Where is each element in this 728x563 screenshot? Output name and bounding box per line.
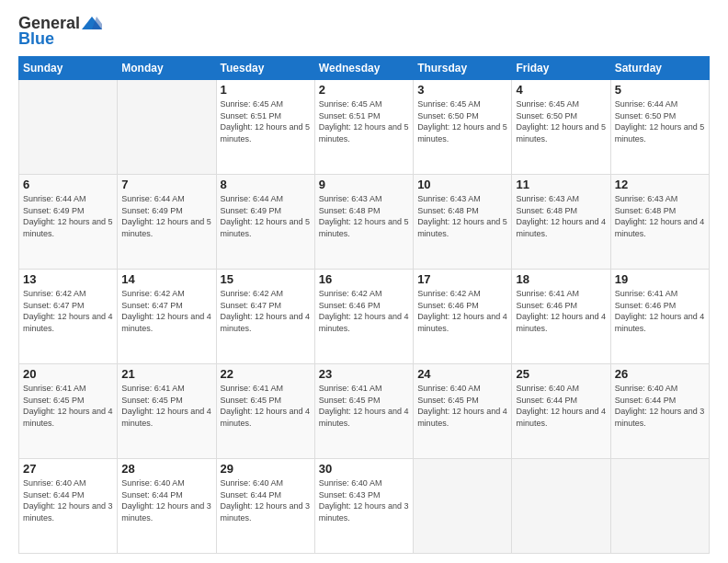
calendar-cell: 25Sunrise: 6:40 AM Sunset: 6:44 PM Dayli… (512, 364, 610, 459)
day-number: 19 (615, 272, 705, 286)
day-number: 6 (23, 178, 113, 191)
day-number: 7 (121, 178, 211, 191)
calendar-cell (19, 80, 118, 175)
day-info: Sunrise: 6:41 AM Sunset: 6:46 PM Dayligh… (516, 288, 606, 334)
day-number: 3 (417, 83, 507, 97)
day-number: 14 (121, 272, 211, 286)
day-info: Sunrise: 6:44 AM Sunset: 6:50 PM Dayligh… (615, 98, 705, 144)
calendar-table: SundayMondayTuesdayWednesdayThursdayFrid… (18, 56, 710, 554)
day-number: 28 (121, 462, 211, 476)
header: General Blue (18, 14, 710, 49)
calendar-cell: 30Sunrise: 6:40 AM Sunset: 6:43 PM Dayli… (314, 459, 413, 554)
day-number: 4 (516, 83, 606, 97)
day-number: 5 (615, 83, 705, 97)
day-number: 2 (319, 83, 409, 97)
day-info: Sunrise: 6:44 AM Sunset: 6:49 PM Dayligh… (121, 193, 211, 239)
day-number: 15 (221, 272, 311, 286)
calendar-cell: 18Sunrise: 6:41 AM Sunset: 6:46 PM Dayli… (512, 270, 610, 364)
day-number: 12 (615, 178, 705, 191)
calendar-week-2: 6Sunrise: 6:44 AM Sunset: 6:49 PM Daylig… (19, 175, 710, 270)
day-info: Sunrise: 6:43 AM Sunset: 6:48 PM Dayligh… (417, 193, 507, 239)
calendar-cell: 15Sunrise: 6:42 AM Sunset: 6:47 PM Dayli… (216, 270, 314, 364)
day-number: 22 (221, 367, 311, 381)
calendar-cell: 19Sunrise: 6:41 AM Sunset: 6:46 PM Dayli… (610, 270, 709, 364)
day-info: Sunrise: 6:40 AM Sunset: 6:44 PM Dayligh… (615, 383, 705, 429)
day-number: 24 (417, 367, 507, 381)
col-header-friday: Friday (512, 57, 610, 80)
day-number: 1 (221, 83, 311, 97)
day-info: Sunrise: 6:41 AM Sunset: 6:45 PM Dayligh… (23, 383, 113, 429)
day-info: Sunrise: 6:42 AM Sunset: 6:46 PM Dayligh… (417, 288, 507, 334)
col-header-tuesday: Tuesday (216, 57, 314, 80)
calendar-cell: 21Sunrise: 6:41 AM Sunset: 6:45 PM Dayli… (118, 364, 216, 459)
calendar-cell: 14Sunrise: 6:42 AM Sunset: 6:47 PM Dayli… (118, 270, 216, 364)
day-number: 10 (417, 178, 507, 191)
col-header-monday: Monday (118, 57, 216, 80)
day-info: Sunrise: 6:41 AM Sunset: 6:45 PM Dayligh… (319, 383, 409, 429)
day-number: 17 (417, 272, 507, 286)
day-info: Sunrise: 6:41 AM Sunset: 6:45 PM Dayligh… (221, 383, 311, 429)
day-number: 11 (516, 178, 606, 191)
calendar-week-3: 13Sunrise: 6:42 AM Sunset: 6:47 PM Dayli… (19, 270, 710, 364)
day-info: Sunrise: 6:43 AM Sunset: 6:48 PM Dayligh… (516, 193, 606, 239)
day-number: 30 (319, 462, 409, 476)
calendar-cell (610, 459, 709, 554)
page: General Blue SundayMondayTuesdayWednesda… (0, 0, 728, 563)
day-info: Sunrise: 6:40 AM Sunset: 6:44 PM Dayligh… (121, 477, 211, 523)
day-info: Sunrise: 6:40 AM Sunset: 6:45 PM Dayligh… (417, 383, 507, 429)
day-number: 25 (516, 367, 606, 381)
day-info: Sunrise: 6:45 AM Sunset: 6:51 PM Dayligh… (221, 98, 311, 144)
day-info: Sunrise: 6:42 AM Sunset: 6:47 PM Dayligh… (221, 288, 311, 334)
day-info: Sunrise: 6:43 AM Sunset: 6:48 PM Dayligh… (319, 193, 409, 239)
col-header-thursday: Thursday (414, 57, 512, 80)
logo: General Blue (18, 14, 104, 49)
day-number: 18 (516, 272, 606, 286)
calendar-cell: 24Sunrise: 6:40 AM Sunset: 6:45 PM Dayli… (414, 364, 512, 459)
day-number: 27 (23, 462, 113, 476)
day-number: 9 (319, 178, 409, 191)
day-number: 26 (615, 367, 705, 381)
day-number: 13 (23, 272, 113, 286)
day-info: Sunrise: 6:40 AM Sunset: 6:44 PM Dayligh… (516, 383, 606, 429)
day-info: Sunrise: 6:40 AM Sunset: 6:44 PM Dayligh… (221, 477, 311, 523)
calendar-cell: 17Sunrise: 6:42 AM Sunset: 6:46 PM Dayli… (414, 270, 512, 364)
logo-blue-text: Blue (18, 29, 54, 49)
day-info: Sunrise: 6:42 AM Sunset: 6:47 PM Dayligh… (121, 288, 211, 334)
day-info: Sunrise: 6:42 AM Sunset: 6:47 PM Dayligh… (23, 288, 113, 334)
calendar-cell: 13Sunrise: 6:42 AM Sunset: 6:47 PM Dayli… (19, 270, 118, 364)
day-info: Sunrise: 6:43 AM Sunset: 6:48 PM Dayligh… (615, 193, 705, 239)
day-info: Sunrise: 6:44 AM Sunset: 6:49 PM Dayligh… (221, 193, 311, 239)
calendar-cell: 10Sunrise: 6:43 AM Sunset: 6:48 PM Dayli… (414, 175, 512, 270)
calendar-cell: 29Sunrise: 6:40 AM Sunset: 6:44 PM Dayli… (216, 459, 314, 554)
day-info: Sunrise: 6:45 AM Sunset: 6:50 PM Dayligh… (516, 98, 606, 144)
day-number: 29 (221, 462, 311, 476)
day-info: Sunrise: 6:45 AM Sunset: 6:50 PM Dayligh… (417, 98, 507, 144)
calendar-cell: 8Sunrise: 6:44 AM Sunset: 6:49 PM Daylig… (216, 175, 314, 270)
calendar-cell: 9Sunrise: 6:43 AM Sunset: 6:48 PM Daylig… (314, 175, 413, 270)
calendar-header-row: SundayMondayTuesdayWednesdayThursdayFrid… (19, 57, 710, 80)
day-info: Sunrise: 6:41 AM Sunset: 6:46 PM Dayligh… (615, 288, 705, 334)
calendar-cell (118, 80, 216, 175)
calendar-cell (414, 459, 512, 554)
calendar-cell: 3Sunrise: 6:45 AM Sunset: 6:50 PM Daylig… (414, 80, 512, 175)
col-header-saturday: Saturday (610, 57, 709, 80)
calendar-cell: 23Sunrise: 6:41 AM Sunset: 6:45 PM Dayli… (314, 364, 413, 459)
logo-triangle-icon (82, 15, 102, 31)
col-header-sunday: Sunday (19, 57, 118, 80)
calendar-cell: 6Sunrise: 6:44 AM Sunset: 6:49 PM Daylig… (19, 175, 118, 270)
calendar-cell: 28Sunrise: 6:40 AM Sunset: 6:44 PM Dayli… (118, 459, 216, 554)
day-info: Sunrise: 6:41 AM Sunset: 6:45 PM Dayligh… (121, 383, 211, 429)
calendar-cell: 4Sunrise: 6:45 AM Sunset: 6:50 PM Daylig… (512, 80, 610, 175)
calendar-cell: 22Sunrise: 6:41 AM Sunset: 6:45 PM Dayli… (216, 364, 314, 459)
day-number: 21 (121, 367, 211, 381)
day-info: Sunrise: 6:40 AM Sunset: 6:44 PM Dayligh… (23, 477, 113, 523)
calendar-cell: 7Sunrise: 6:44 AM Sunset: 6:49 PM Daylig… (118, 175, 216, 270)
calendar-cell: 16Sunrise: 6:42 AM Sunset: 6:46 PM Dayli… (314, 270, 413, 364)
calendar-cell (512, 459, 610, 554)
col-header-wednesday: Wednesday (314, 57, 413, 80)
day-info: Sunrise: 6:40 AM Sunset: 6:43 PM Dayligh… (319, 477, 409, 523)
calendar-week-5: 27Sunrise: 6:40 AM Sunset: 6:44 PM Dayli… (19, 459, 710, 554)
calendar-cell: 26Sunrise: 6:40 AM Sunset: 6:44 PM Dayli… (610, 364, 709, 459)
calendar-week-4: 20Sunrise: 6:41 AM Sunset: 6:45 PM Dayli… (19, 364, 710, 459)
calendar-week-1: 1Sunrise: 6:45 AM Sunset: 6:51 PM Daylig… (19, 80, 710, 175)
